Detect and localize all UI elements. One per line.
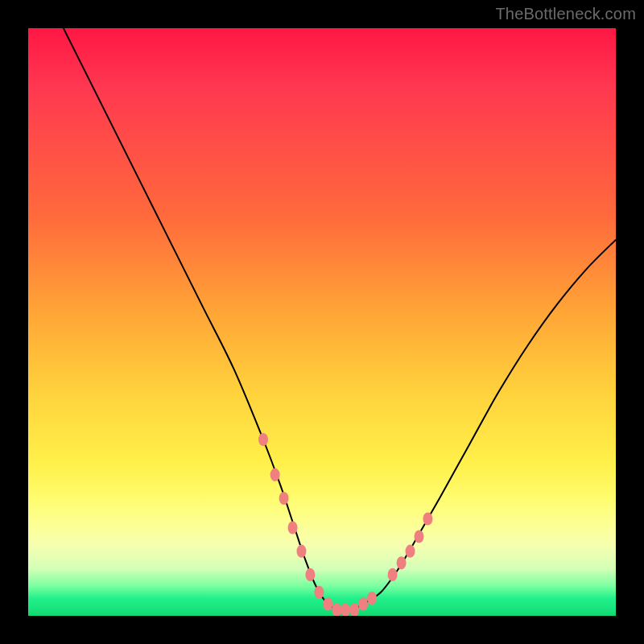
marker-dot: [415, 530, 424, 543]
marker-dot: [279, 492, 289, 505]
watermark-text: TheBottleneck.com: [495, 5, 636, 23]
marker-dot: [397, 556, 407, 569]
marker-dots: [258, 433, 432, 616]
marker-dot: [367, 592, 377, 605]
marker-dot: [388, 568, 398, 581]
marker-dot: [314, 586, 324, 599]
chart-overlay: [28, 28, 616, 616]
main-curve: [64, 28, 616, 611]
marker-dot: [423, 512, 432, 525]
marker-dot: [288, 521, 298, 534]
marker-dot: [258, 433, 268, 446]
marker-dot: [270, 469, 280, 481]
plot-area: [28, 28, 616, 616]
marker-dot: [323, 597, 332, 610]
marker-dot: [341, 604, 350, 616]
marker-dot: [297, 545, 307, 558]
marker-dot: [332, 604, 341, 616]
chart-frame: TheBottleneck.com: [0, 0, 644, 644]
marker-dot: [305, 568, 315, 581]
marker-dot: [358, 597, 368, 610]
marker-dot: [349, 604, 359, 616]
marker-dot: [406, 545, 415, 558]
curve-line: [64, 28, 616, 611]
